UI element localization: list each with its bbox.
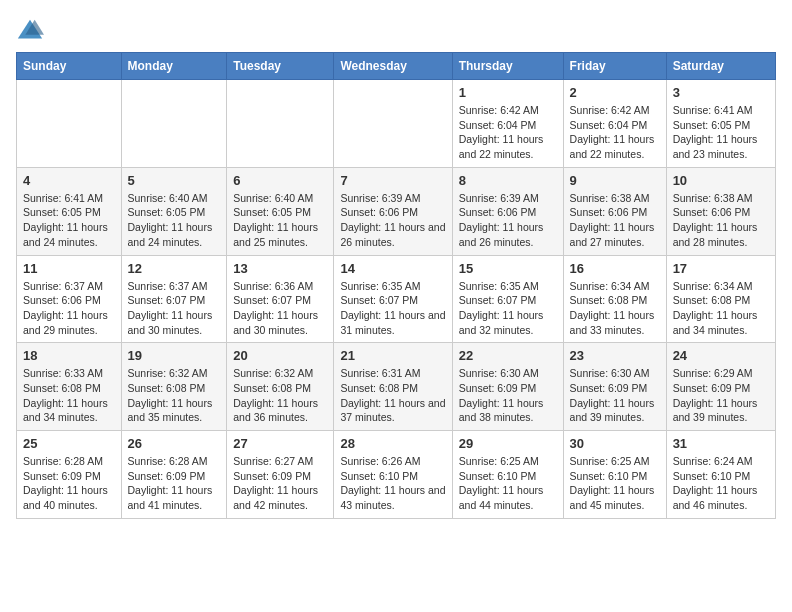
calendar-cell: 10 Sunrise: 6:38 AMSunset: 6:06 PMDaylig… [666,167,775,255]
calendar-cell: 23 Sunrise: 6:30 AMSunset: 6:09 PMDaylig… [563,343,666,431]
day-info: Sunrise: 6:36 AMSunset: 6:07 PMDaylight:… [233,279,327,338]
header-day-sunday: Sunday [17,53,122,80]
day-info: Sunrise: 6:27 AMSunset: 6:09 PMDaylight:… [233,454,327,513]
calendar-cell: 6 Sunrise: 6:40 AMSunset: 6:05 PMDayligh… [227,167,334,255]
calendar-cell [17,80,122,168]
day-number: 9 [570,173,660,188]
calendar-cell: 9 Sunrise: 6:38 AMSunset: 6:06 PMDayligh… [563,167,666,255]
day-info: Sunrise: 6:35 AMSunset: 6:07 PMDaylight:… [459,279,557,338]
day-info: Sunrise: 6:41 AMSunset: 6:05 PMDaylight:… [673,103,769,162]
calendar-cell: 8 Sunrise: 6:39 AMSunset: 6:06 PMDayligh… [452,167,563,255]
day-info: Sunrise: 6:32 AMSunset: 6:08 PMDaylight:… [233,366,327,425]
day-info: Sunrise: 6:34 AMSunset: 6:08 PMDaylight:… [570,279,660,338]
day-number: 18 [23,348,115,363]
day-number: 14 [340,261,445,276]
day-number: 1 [459,85,557,100]
week-row-5: 25 Sunrise: 6:28 AMSunset: 6:09 PMDaylig… [17,431,776,519]
header-row: SundayMondayTuesdayWednesdayThursdayFrid… [17,53,776,80]
calendar-cell: 18 Sunrise: 6:33 AMSunset: 6:08 PMDaylig… [17,343,122,431]
day-info: Sunrise: 6:30 AMSunset: 6:09 PMDaylight:… [570,366,660,425]
day-info: Sunrise: 6:34 AMSunset: 6:08 PMDaylight:… [673,279,769,338]
day-info: Sunrise: 6:28 AMSunset: 6:09 PMDaylight:… [23,454,115,513]
day-number: 17 [673,261,769,276]
day-number: 4 [23,173,115,188]
day-info: Sunrise: 6:40 AMSunset: 6:05 PMDaylight:… [233,191,327,250]
day-number: 12 [128,261,221,276]
day-info: Sunrise: 6:37 AMSunset: 6:07 PMDaylight:… [128,279,221,338]
calendar-cell: 16 Sunrise: 6:34 AMSunset: 6:08 PMDaylig… [563,255,666,343]
calendar-cell: 11 Sunrise: 6:37 AMSunset: 6:06 PMDaylig… [17,255,122,343]
header-day-friday: Friday [563,53,666,80]
day-info: Sunrise: 6:30 AMSunset: 6:09 PMDaylight:… [459,366,557,425]
header-day-tuesday: Tuesday [227,53,334,80]
day-number: 19 [128,348,221,363]
day-number: 10 [673,173,769,188]
day-info: Sunrise: 6:31 AMSunset: 6:08 PMDaylight:… [340,366,445,425]
day-info: Sunrise: 6:32 AMSunset: 6:08 PMDaylight:… [128,366,221,425]
day-number: 24 [673,348,769,363]
day-info: Sunrise: 6:25 AMSunset: 6:10 PMDaylight:… [570,454,660,513]
day-number: 29 [459,436,557,451]
calendar-table: SundayMondayTuesdayWednesdayThursdayFrid… [16,52,776,519]
calendar-cell [334,80,452,168]
calendar-cell: 20 Sunrise: 6:32 AMSunset: 6:08 PMDaylig… [227,343,334,431]
day-info: Sunrise: 6:38 AMSunset: 6:06 PMDaylight:… [673,191,769,250]
day-info: Sunrise: 6:38 AMSunset: 6:06 PMDaylight:… [570,191,660,250]
header [16,16,776,44]
calendar-cell: 2 Sunrise: 6:42 AMSunset: 6:04 PMDayligh… [563,80,666,168]
day-number: 27 [233,436,327,451]
day-number: 22 [459,348,557,363]
logo-icon [16,16,44,44]
day-number: 8 [459,173,557,188]
day-info: Sunrise: 6:24 AMSunset: 6:10 PMDaylight:… [673,454,769,513]
header-day-thursday: Thursday [452,53,563,80]
day-info: Sunrise: 6:29 AMSunset: 6:09 PMDaylight:… [673,366,769,425]
week-row-3: 11 Sunrise: 6:37 AMSunset: 6:06 PMDaylig… [17,255,776,343]
day-info: Sunrise: 6:33 AMSunset: 6:08 PMDaylight:… [23,366,115,425]
day-number: 21 [340,348,445,363]
day-number: 20 [233,348,327,363]
day-info: Sunrise: 6:40 AMSunset: 6:05 PMDaylight:… [128,191,221,250]
week-row-1: 1 Sunrise: 6:42 AMSunset: 6:04 PMDayligh… [17,80,776,168]
calendar-cell: 4 Sunrise: 6:41 AMSunset: 6:05 PMDayligh… [17,167,122,255]
day-info: Sunrise: 6:41 AMSunset: 6:05 PMDaylight:… [23,191,115,250]
calendar-cell: 26 Sunrise: 6:28 AMSunset: 6:09 PMDaylig… [121,431,227,519]
calendar-cell: 22 Sunrise: 6:30 AMSunset: 6:09 PMDaylig… [452,343,563,431]
day-number: 26 [128,436,221,451]
calendar-cell: 12 Sunrise: 6:37 AMSunset: 6:07 PMDaylig… [121,255,227,343]
day-number: 16 [570,261,660,276]
week-row-4: 18 Sunrise: 6:33 AMSunset: 6:08 PMDaylig… [17,343,776,431]
day-info: Sunrise: 6:42 AMSunset: 6:04 PMDaylight:… [570,103,660,162]
day-number: 3 [673,85,769,100]
calendar-cell: 30 Sunrise: 6:25 AMSunset: 6:10 PMDaylig… [563,431,666,519]
day-number: 25 [23,436,115,451]
logo [16,16,48,44]
day-number: 30 [570,436,660,451]
calendar-cell: 13 Sunrise: 6:36 AMSunset: 6:07 PMDaylig… [227,255,334,343]
day-number: 6 [233,173,327,188]
day-number: 28 [340,436,445,451]
day-info: Sunrise: 6:28 AMSunset: 6:09 PMDaylight:… [128,454,221,513]
calendar-cell: 14 Sunrise: 6:35 AMSunset: 6:07 PMDaylig… [334,255,452,343]
day-info: Sunrise: 6:39 AMSunset: 6:06 PMDaylight:… [459,191,557,250]
calendar-cell: 17 Sunrise: 6:34 AMSunset: 6:08 PMDaylig… [666,255,775,343]
day-number: 2 [570,85,660,100]
day-info: Sunrise: 6:35 AMSunset: 6:07 PMDaylight:… [340,279,445,338]
header-day-monday: Monday [121,53,227,80]
day-number: 13 [233,261,327,276]
calendar-cell: 1 Sunrise: 6:42 AMSunset: 6:04 PMDayligh… [452,80,563,168]
calendar-cell [121,80,227,168]
calendar-cell: 31 Sunrise: 6:24 AMSunset: 6:10 PMDaylig… [666,431,775,519]
calendar-cell: 24 Sunrise: 6:29 AMSunset: 6:09 PMDaylig… [666,343,775,431]
calendar-cell: 5 Sunrise: 6:40 AMSunset: 6:05 PMDayligh… [121,167,227,255]
day-info: Sunrise: 6:37 AMSunset: 6:06 PMDaylight:… [23,279,115,338]
calendar-cell: 3 Sunrise: 6:41 AMSunset: 6:05 PMDayligh… [666,80,775,168]
calendar-cell: 28 Sunrise: 6:26 AMSunset: 6:10 PMDaylig… [334,431,452,519]
day-number: 7 [340,173,445,188]
calendar-cell: 25 Sunrise: 6:28 AMSunset: 6:09 PMDaylig… [17,431,122,519]
calendar-cell: 27 Sunrise: 6:27 AMSunset: 6:09 PMDaylig… [227,431,334,519]
day-info: Sunrise: 6:26 AMSunset: 6:10 PMDaylight:… [340,454,445,513]
day-info: Sunrise: 6:42 AMSunset: 6:04 PMDaylight:… [459,103,557,162]
calendar-cell: 7 Sunrise: 6:39 AMSunset: 6:06 PMDayligh… [334,167,452,255]
day-info: Sunrise: 6:25 AMSunset: 6:10 PMDaylight:… [459,454,557,513]
